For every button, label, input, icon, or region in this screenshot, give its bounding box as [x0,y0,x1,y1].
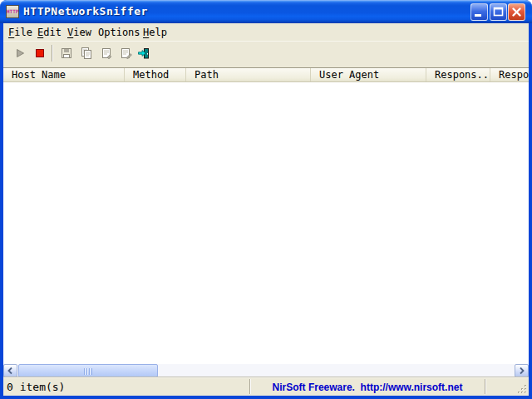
thumb-grip-icon [84,368,92,375]
column-header-response-code[interactable]: Respons... [426,68,490,81]
freeware-link[interactable]: NirSoft Freeware. http://www.nirsoft.net [251,382,484,393]
resize-grip[interactable] [516,383,528,395]
html-report-button[interactable] [120,47,133,60]
menu-view[interactable]: View [65,26,94,39]
scroll-thumb[interactable] [18,364,158,377]
column-header-method[interactable]: Method [125,68,186,81]
play-icon [13,47,27,60]
column-header-path[interactable]: Path [186,68,311,81]
items-count: 0 item(s) [7,381,65,393]
horizontal-scrollbar[interactable] [3,364,529,377]
maximize-button[interactable] [490,3,507,21]
scroll-left-button[interactable] [3,364,17,377]
copy-selected-items-button[interactable] [80,47,93,60]
status-bar: 0 item(s) NirSoft Freeware. http://www.n… [3,377,529,396]
statusbar-separator [485,379,486,394]
report-icon [120,47,133,60]
toolbar [3,41,529,67]
column-header-user-agent[interactable]: User Agent [311,68,426,81]
menu-file[interactable]: File [6,26,35,39]
client-area: File Edit View Options Help [3,23,529,396]
menu-options[interactable]: Options [96,26,143,39]
save-icon [60,47,73,60]
save-selected-items-button[interactable] [60,47,73,60]
stop-icon [33,47,47,60]
toolbar-separator [52,45,53,62]
list-body[interactable] [3,82,529,364]
capture-list: Host Name Method Path User Agent Respons… [3,67,529,377]
menu-help[interactable]: Help [140,26,170,39]
scroll-right-button[interactable] [515,364,529,377]
exit-door-icon [137,47,150,60]
app-icon[interactable]: HTTP [6,5,19,18]
column-header-response-string[interactable]: Respon [490,68,529,81]
close-button[interactable] [508,3,525,21]
properties-icon [100,47,113,60]
stop-capture-button[interactable] [33,47,47,60]
minimize-button[interactable] [470,3,488,21]
list-header: Host Name Method Path User Agent Respons… [3,68,529,82]
start-capture-button[interactable] [13,47,27,60]
exit-button[interactable] [137,47,150,60]
app-window: HTTP HTTPNetworkSniffer File Edit View O… [0,0,532,399]
title-bar[interactable]: HTTP HTTPNetworkSniffer [0,0,532,23]
menu-bar: File Edit View Options Help [3,23,529,41]
column-header-host-name[interactable]: Host Name [3,68,125,81]
menu-edit[interactable]: Edit [35,26,64,39]
window-title: HTTPNetworkSniffer [23,5,148,17]
copy-icon [80,47,93,60]
properties-button[interactable] [100,47,113,60]
